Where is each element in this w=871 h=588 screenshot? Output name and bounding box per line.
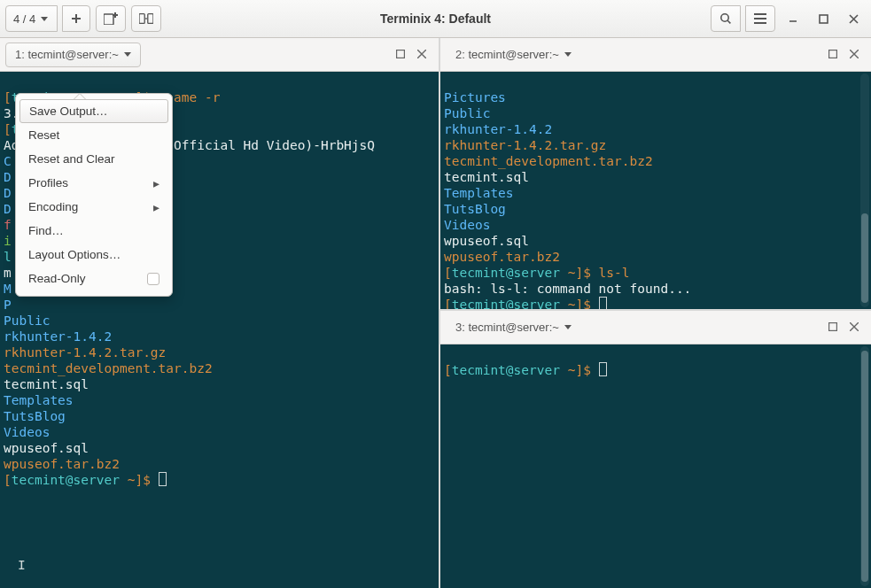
menu-item-label: Find… — [28, 224, 64, 237]
maximize-icon — [828, 50, 837, 58]
chevron-down-icon — [124, 52, 131, 57]
menu-item-label: Layout Options… — [28, 248, 121, 261]
menu-item-label: Reset — [28, 128, 59, 142]
pane-context-menu: Save Output… Reset Reset and Clear Profi… — [15, 93, 173, 297]
left-pane-header: 1: tecmint@server:~ — [0, 38, 439, 72]
menu-item-label: Encoding — [28, 200, 78, 213]
maximize-icon — [819, 14, 828, 24]
left-pane-title-button[interactable]: 1: tecmint@server:~ — [5, 43, 141, 67]
menu-item-reset[interactable]: Reset — [19, 123, 168, 147]
menu-item-find[interactable]: Find… — [19, 219, 168, 243]
search-button[interactable] — [711, 5, 741, 32]
headerbar: 4 / 4 Terminix 4: Default — [0, 0, 871, 38]
right-bottom-pane-header: 3: tecmint@server:~ — [440, 311, 871, 344]
right-top-pane-title-button[interactable]: 2: tecmint@server:~ — [446, 43, 581, 67]
right-bottom-terminal[interactable]: [tecmint@server ~]$ — [440, 344, 871, 588]
left-pane-title: 1: tecmint@server:~ — [15, 48, 119, 61]
split-icon — [139, 13, 153, 24]
split-terminal-button[interactable] — [131, 5, 161, 32]
menu-item-label: Profiles — [28, 176, 68, 190]
plus-icon — [71, 13, 82, 24]
right-bottom-pane: 3: tecmint@server:~ [tecmint@server ~]$ — [440, 311, 871, 588]
pane-close-button[interactable] — [850, 48, 859, 61]
menu-item-label: Save Output… — [29, 104, 108, 118]
scrollbar[interactable] — [860, 346, 869, 586]
right-top-pane-controls — [828, 48, 866, 61]
right-bottom-pane-controls — [828, 321, 866, 334]
svg-point-3 — [721, 14, 728, 21]
text-cursor-ibeam: I — [18, 557, 26, 573]
cursor — [599, 362, 607, 376]
right-top-terminal[interactable]: Pictures Public rkhunter-1.4.2 rkhunter-… — [440, 72, 871, 309]
search-icon — [719, 12, 732, 25]
chevron-down-icon — [564, 52, 572, 57]
svg-rect-1 — [139, 14, 144, 24]
menu-item-label: Read-Only — [28, 272, 86, 285]
right-column: 2: tecmint@server:~ Pictures Public rkhu… — [440, 38, 871, 588]
headerbar-right-group — [711, 5, 866, 32]
submenu-arrow-icon: ▸ — [153, 200, 159, 214]
maximize-icon — [396, 50, 405, 58]
svg-rect-2 — [148, 14, 153, 24]
scrollbar-thumb[interactable] — [861, 351, 868, 581]
chevron-down-icon — [41, 17, 48, 21]
menu-item-reset-clear[interactable]: Reset and Clear — [19, 147, 168, 171]
window-maximize-button[interactable] — [811, 6, 836, 31]
hamburger-menu-button[interactable] — [745, 5, 775, 32]
session-selector-button[interactable]: 4 / 4 — [5, 5, 58, 32]
menu-item-layout-options[interactable]: Layout Options… — [19, 243, 168, 267]
svg-rect-7 — [829, 323, 837, 331]
chevron-down-icon — [564, 325, 572, 329]
menu-item-read-only[interactable]: Read-Only — [19, 267, 168, 290]
svg-rect-0 — [104, 14, 113, 25]
content-area: 1: tecmint@server:~ [tecmint@server ~]$ … — [0, 38, 871, 588]
hamburger-icon — [754, 13, 766, 24]
close-icon — [849, 14, 859, 24]
close-icon — [850, 50, 859, 58]
headerbar-left-group: 4 / 4 — [5, 5, 161, 32]
right-top-pane-header: 2: tecmint@server:~ — [440, 38, 871, 72]
pane-close-button[interactable] — [417, 48, 426, 61]
maximize-icon — [828, 322, 837, 331]
window-close-button[interactable] — [841, 6, 866, 31]
svg-rect-6 — [829, 50, 837, 58]
pane-close-button[interactable] — [850, 321, 859, 334]
svg-rect-5 — [397, 50, 405, 58]
minimize-icon — [788, 13, 798, 24]
close-icon — [417, 50, 426, 58]
new-session-button[interactable] — [62, 5, 90, 32]
submenu-arrow-icon: ▸ — [153, 176, 159, 190]
cursor — [159, 472, 167, 486]
cursor — [599, 297, 607, 309]
right-bottom-pane-title-button[interactable]: 3: tecmint@server:~ — [446, 315, 581, 340]
right-bottom-pane-title: 3: tecmint@server:~ — [455, 321, 559, 334]
scrollbar[interactable] — [860, 74, 869, 307]
checkbox[interactable] — [147, 273, 159, 285]
pane-maximize-button[interactable] — [828, 48, 837, 61]
menu-item-encoding[interactable]: Encoding ▸ — [19, 195, 168, 219]
right-top-pane-title: 2: tecmint@server:~ — [455, 48, 559, 61]
right-top-pane: 2: tecmint@server:~ Pictures Public rkhu… — [440, 38, 871, 311]
menu-item-label: Reset and Clear — [28, 152, 115, 166]
menu-item-save-output[interactable]: Save Output… — [19, 99, 168, 123]
close-icon — [850, 322, 859, 331]
add-terminal-button[interactable] — [96, 5, 126, 32]
svg-rect-4 — [820, 15, 828, 23]
pane-maximize-button[interactable] — [396, 48, 405, 61]
session-label: 4 / 4 — [13, 12, 35, 26]
left-pane-controls — [396, 48, 433, 61]
menu-item-profiles[interactable]: Profiles ▸ — [19, 171, 168, 195]
window-minimize-button[interactable] — [781, 6, 805, 31]
scrollbar-thumb[interactable] — [861, 213, 868, 302]
terminal-plus-icon — [104, 12, 118, 25]
pane-maximize-button[interactable] — [828, 321, 837, 334]
